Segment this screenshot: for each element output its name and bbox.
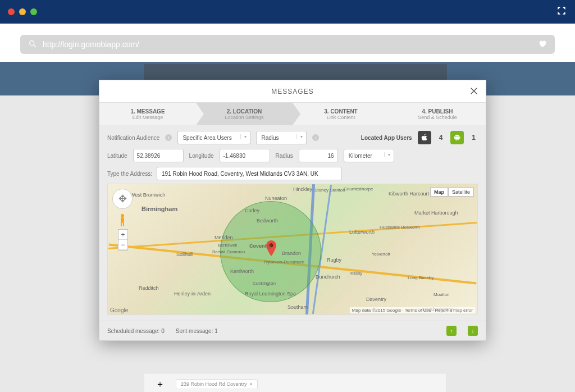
place-label: Daventry [366,297,386,302]
place-label: Market Harborough [414,210,458,216]
svg-line-1 [34,45,36,47]
background-toolbar [144,64,447,81]
located-users-label: Located App Users [361,135,412,141]
address-input[interactable] [157,167,342,180]
chevron-down-icon: ▾ [296,134,303,139]
pegman-icon[interactable] [118,213,127,227]
svg-rect-7 [121,223,122,226]
upload-button[interactable]: ↑ [446,326,457,336]
place-label: Countesthorpe [344,186,373,192]
step-content[interactable]: 3. CONTENT Link Content [293,103,389,125]
place-label: Long Buckby [408,275,433,280]
place-label: Corley [245,208,259,213]
longitude-input[interactable] [220,149,270,162]
info-icon[interactable]: i [312,134,319,141]
step-location[interactable]: 2. LOCATION Location Settings [196,103,293,125]
place-label: Moulton [433,292,449,297]
place-label: Balsall Common [212,249,245,254]
android-count: 1 [469,134,478,142]
close-icon[interactable] [469,86,479,98]
chevron-down-icon: ▾ [240,134,247,139]
heart-icon[interactable] [538,39,547,50]
search-icon [28,39,37,50]
svg-rect-8 [123,223,124,226]
wizard-steps: 1. MESSAGE Edit Message 2. LOCATION Loca… [99,103,486,125]
info-icon[interactable]: i [165,134,172,141]
place-label: Brandon [282,250,301,256]
expand-icon[interactable] [556,5,567,19]
bg-plus-icon: ＋ [156,379,165,390]
place-label: Hinckley [293,186,312,192]
place-label: Kilsby [350,271,362,276]
place-label: Henley-in-Arden [174,291,211,297]
ios-count: 4 [437,134,445,142]
android-icon [450,131,464,144]
place-label: Bedworth [257,218,278,224]
longitude-label: Longitude [189,153,214,159]
browser-titlebar [0,0,575,24]
place-label: Dunchurch [316,274,340,280]
audience-select[interactable]: Specific Area Users▾ [177,131,250,144]
map-attribution: Map data ©2015 Google · Terms of Use · R… [350,307,475,313]
url-bar-wrap: http://login.gomobiapp.com/ [0,24,575,62]
traffic-lights [8,8,37,15]
place-label: Coventry [249,243,271,249]
radius-input[interactable] [299,149,338,162]
address-label: Type the Address: [107,171,152,177]
place-label: Husbands Bosworth [380,225,420,230]
modal-header: MESSAGES [99,80,486,103]
scheduled-label: Scheduled message: 0 [107,328,165,334]
place-label: Meriden [215,235,233,240]
place-label: Ryton-on-Dunsmore [264,259,304,265]
place-label: Southam [288,304,308,310]
place-label: Kenilworth [230,268,254,274]
place-label: Cubbington [253,281,276,286]
url-text: http://login.gomobiapp.com/ [43,40,139,49]
place-label: Stoney Stanton [314,188,345,193]
modal-title: MESSAGES [271,88,313,95]
zoom-out-button[interactable]: − [118,240,127,250]
audience-label: Notification Audience [107,135,159,141]
unit-select[interactable]: Kilometer▾ [344,149,394,162]
radius-label: Radius [276,153,293,159]
place-label: Lutterworth [349,229,375,235]
map-pan-control[interactable] [112,189,133,209]
place-label: West Bromwich [130,192,165,198]
map-type-satellite[interactable]: Satellite [448,188,474,197]
sent-label: Sent message: 1 [176,328,218,334]
url-bar[interactable]: http://login.gomobiapp.com/ [20,35,555,54]
chevron-down-icon: ▾ [384,152,390,157]
place-label: Solihull [176,252,193,257]
place-label: Berkswell [218,243,237,248]
map-type-toggle[interactable]: Map Satellite [430,188,474,197]
window-minimize-dot[interactable] [19,8,26,15]
place-label: Nuneaton [265,195,287,201]
latitude-label: Latitude [107,153,127,159]
window-maximize-dot[interactable] [30,8,37,15]
modal-footer: Scheduled message: 0 Sent message: 1 ↑ ↓ [99,321,486,340]
place-label: Royal Leamington Spa [245,291,296,297]
apple-icon [418,131,431,144]
radius-mode-select[interactable]: Radius▾ [256,131,307,144]
svg-point-5 [121,214,124,217]
map-type-map[interactable]: Map [430,188,448,197]
map-zoom-control[interactable]: + − [118,229,128,250]
map-canvas[interactable]: Birmingham West Bromwich Coventry Nuneat… [107,184,478,315]
step-publish[interactable]: 4. PUBLISH Send & Schedule [389,103,486,125]
place-label: Redditch [139,285,159,291]
svg-rect-6 [121,217,124,223]
download-button[interactable]: ↓ [468,326,478,336]
step-message[interactable]: 1. MESSAGE Edit Message [99,103,196,125]
place-label: Birmingham [142,206,177,212]
window-close-dot[interactable] [8,8,15,15]
messages-modal: MESSAGES 1. MESSAGE Edit Message 2. LOCA… [99,80,486,341]
background-panel: ＋ 239 Robin Hood Rd Coventry × [144,373,447,392]
location-panel: Notification Audience i Specific Area Us… [99,125,486,321]
latitude-input[interactable] [133,149,184,162]
place-label: Rugby [327,257,341,263]
google-logo: Google [110,307,128,313]
zoom-in-button[interactable]: + [118,230,127,240]
bg-address-chip: 239 Robin Hood Rd Coventry × [176,379,258,389]
place-label: Yelvertoft [372,252,390,257]
svg-point-0 [30,40,34,45]
